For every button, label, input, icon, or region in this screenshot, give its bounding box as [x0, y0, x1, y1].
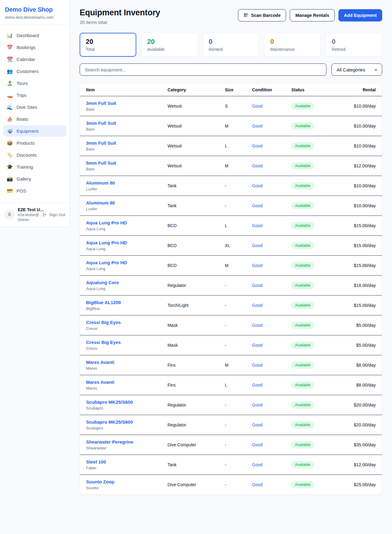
- item-cell: 3mm Full Suit Bare: [80, 96, 168, 116]
- brand-name[interactable]: Demo Dive Shop: [5, 6, 65, 13]
- stat-card-total[interactable]: 20 Total: [80, 33, 136, 57]
- condition-link[interactable]: Good: [252, 243, 262, 248]
- stat-label: Retired: [332, 47, 376, 52]
- manage-rentals-button[interactable]: Manage Rentals: [290, 9, 334, 21]
- item-cell: Aqua Lung Pro HD Aqua Lung: [80, 256, 168, 276]
- rental-cell: $25.00/day: [343, 475, 382, 495]
- table-row: Aluminum 80 Luxfer Tank - Good Available…: [80, 196, 382, 216]
- condition-cell: Good: [252, 455, 291, 475]
- category-cell: BCD: [168, 256, 225, 276]
- item-name-link[interactable]: Cressi Big Eyes: [86, 340, 168, 345]
- sidebar-item-training[interactable]: 🎓 Training: [3, 161, 66, 173]
- item-name-link[interactable]: Aluminum 80: [86, 200, 168, 205]
- condition-link[interactable]: Good: [252, 303, 262, 308]
- items-total-count: 20 items total: [80, 20, 160, 25]
- tours-icon: 🏝️: [7, 81, 13, 86]
- sidebar-item-dive-sites[interactable]: 🌊 Dive Sites: [3, 101, 66, 113]
- status-cell: Available: [291, 315, 343, 335]
- category-cell: Fins: [168, 355, 225, 375]
- condition-link[interactable]: Good: [252, 482, 262, 487]
- category-cell: Wetsuit: [168, 96, 225, 116]
- table-row: Aqualung Core Aqua Lung Regulator - Good…: [80, 276, 382, 296]
- rental-cell: $15.00/day: [343, 236, 382, 256]
- sidebar-item-bookings[interactable]: 📅 Bookings: [3, 42, 66, 53]
- item-name-link[interactable]: Aqualung Core: [86, 280, 168, 285]
- sidebar-item-equipment[interactable]: 🤿 Equipment: [3, 125, 66, 137]
- size-cell: -: [225, 395, 252, 415]
- item-cell: Aqua Lung Pro HD Aqua Lung: [80, 236, 168, 256]
- sidebar-item-trips[interactable]: 🚤 Trips: [3, 90, 66, 101]
- item-name-link[interactable]: Suunto Zoop: [86, 479, 168, 484]
- add-equipment-button[interactable]: Add Equipment: [338, 9, 382, 21]
- scan-barcode-button[interactable]: Scan Barcode: [238, 9, 286, 21]
- stat-card-retired[interactable]: 0 Retired: [326, 33, 382, 57]
- item-name-link[interactable]: Shearwater Peregrine: [86, 439, 168, 444]
- condition-link[interactable]: Good: [252, 183, 262, 188]
- condition-link[interactable]: Good: [252, 323, 262, 328]
- condition-link[interactable]: Good: [252, 422, 262, 427]
- item-name-link[interactable]: Aluminum 80: [86, 180, 168, 185]
- sidebar-item-customers[interactable]: 👥 Customers: [3, 66, 66, 77]
- sidebar-item-pos[interactable]: 💳 POS: [3, 185, 66, 196]
- stat-card-available[interactable]: 20 Available: [141, 33, 198, 57]
- category-cell: Regulator: [168, 276, 225, 296]
- item-name-link[interactable]: Aqua Lung Pro HD: [86, 260, 168, 265]
- sidebar-item-tours[interactable]: 🏝️ Tours: [3, 78, 66, 89]
- sign-out-button[interactable]: Sign Out: [42, 212, 65, 217]
- item-name-link[interactable]: Cressi Big Eyes: [86, 320, 168, 325]
- sidebar-item-dashboard[interactable]: 📊 Dashboard: [3, 30, 66, 41]
- condition-link[interactable]: Good: [252, 223, 262, 228]
- category-cell: Wetsuit: [168, 136, 225, 156]
- item-name-link[interactable]: 3mm Full Suit: [86, 120, 168, 126]
- status-badge: Available: [291, 282, 314, 289]
- condition-link[interactable]: Good: [252, 203, 262, 208]
- condition-link[interactable]: Good: [252, 124, 262, 128]
- condition-link[interactable]: Good: [252, 462, 262, 467]
- sidebar-item-boats[interactable]: ⛵ Boats: [3, 113, 66, 125]
- item-name-link[interactable]: Aqua Lung Pro HD: [86, 220, 168, 225]
- item-name-link[interactable]: 3mm Full Suit: [86, 140, 168, 146]
- item-cell: BigBlue AL1200 BigBlue: [80, 296, 168, 315]
- condition-link[interactable]: Good: [252, 442, 262, 447]
- size-cell: -: [225, 296, 252, 315]
- condition-link[interactable]: Good: [252, 383, 262, 387]
- header-actions: Scan Barcode Manage Rentals Add Equipmen…: [238, 9, 382, 21]
- search-input[interactable]: [80, 63, 326, 76]
- condition-link[interactable]: Good: [252, 363, 262, 368]
- item-brand: Scubapro: [86, 406, 168, 410]
- size-cell: L: [225, 216, 252, 236]
- item-brand: Suunto: [86, 486, 168, 490]
- condition-link[interactable]: Good: [252, 343, 262, 348]
- item-name-link[interactable]: 3mm Full Suit: [86, 101, 168, 106]
- condition-link[interactable]: Good: [252, 263, 262, 268]
- category-select[interactable]: All Categories: [331, 63, 382, 76]
- item-name-link[interactable]: Mares Avanti: [86, 360, 168, 365]
- item-name-link[interactable]: 5mm Full Suit: [86, 160, 168, 166]
- brand-domain: demo.test.divestreams.com: [5, 15, 65, 20]
- sidebar-item-calendar[interactable]: 📆 Calendar: [3, 54, 66, 65]
- condition-link[interactable]: Good: [252, 163, 262, 168]
- table-header: Item Category Size Condition Status Rent…: [80, 83, 382, 96]
- item-name-link[interactable]: Scubapro MK25/S600: [86, 399, 168, 405]
- stat-label: Available: [147, 47, 192, 52]
- condition-link[interactable]: Good: [252, 143, 262, 148]
- item-name-link[interactable]: Aqua Lung Pro HD: [86, 240, 168, 245]
- item-name-link[interactable]: Scubapro MK25/S600: [86, 419, 168, 425]
- size-cell: -: [225, 196, 252, 216]
- condition-link[interactable]: Good: [252, 283, 262, 288]
- status-cell: Available: [291, 475, 343, 495]
- sidebar: Demo Dive Shop demo.test.divestreams.com…: [0, 0, 70, 227]
- sidebar-item-discounts[interactable]: 🏷️ Discounts: [3, 149, 66, 161]
- sidebar-item-gallery[interactable]: 📸 Gallery: [3, 173, 66, 185]
- stat-card-rented[interactable]: 0 Rented: [203, 33, 259, 57]
- bookings-icon: 📅: [7, 45, 13, 50]
- item-name-link[interactable]: Mares Avanti: [86, 380, 168, 385]
- status-cell: Available: [291, 176, 343, 196]
- item-name-link[interactable]: BigBlue AL1200: [86, 300, 168, 305]
- condition-link[interactable]: Good: [252, 104, 262, 109]
- sidebar-item-products[interactable]: 📦 Products: [3, 137, 66, 149]
- condition-cell: Good: [252, 395, 291, 415]
- condition-link[interactable]: Good: [252, 402, 262, 407]
- item-name-link[interactable]: Steel 100: [86, 459, 168, 464]
- stat-card-maintenance[interactable]: 0 Maintenance: [264, 33, 321, 57]
